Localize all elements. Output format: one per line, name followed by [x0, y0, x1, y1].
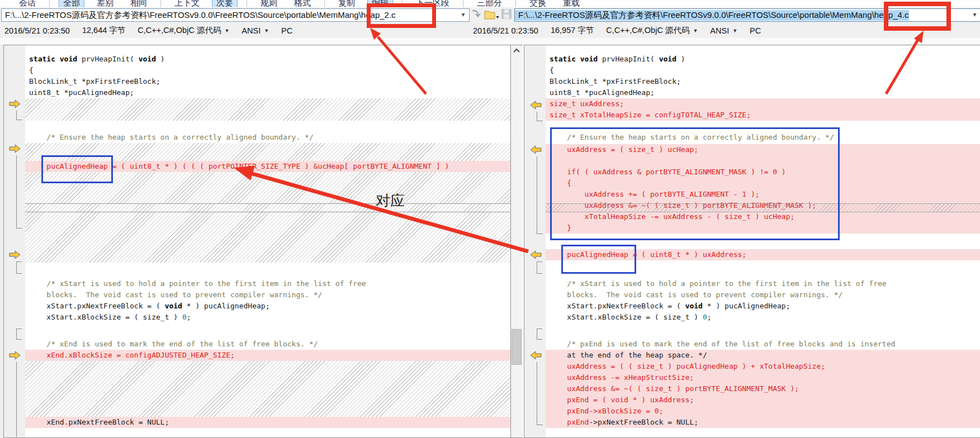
diff-section-bracket — [537, 156, 543, 234]
code-line: blocks. The void cast is used to prevent… — [546, 289, 980, 301]
code-line: blocks. The void cast is used to prevent… — [25, 289, 510, 301]
toolbar-button-20[interactable]: 重载 — [558, 0, 584, 7]
code-segment: void — [659, 55, 676, 63]
toolbar-button-2[interactable]: 全部 — [59, 0, 84, 7]
red-box-heap2-filename — [367, 3, 436, 28]
code-segment: void — [60, 55, 77, 63]
diff-section-bracket — [16, 328, 22, 340]
right-path-dropdown-icon[interactable]: ▾ — [970, 11, 979, 19]
diff-arrow-left-icon — [529, 351, 542, 359]
code-line: /* pxEnd is used to mark the end of the … — [546, 339, 980, 350]
left-file-type-dropdown-icon[interactable]: ▼ — [224, 28, 229, 34]
diff-arrow-right-icon — [8, 351, 22, 359]
code-segment: size_t uxAddress; — [550, 99, 624, 108]
scrollbar-thumb[interactable] — [512, 329, 522, 365]
code-segment: /* xEnd is used to mark the end of the l… — [29, 340, 318, 348]
left-vertical-scrollbar[interactable] — [511, 45, 522, 437]
code-segment: static — [29, 55, 55, 63]
code-segment: uint8_t *pucAlignedHeap; — [29, 88, 134, 97]
code-line: uint8_t *pucAlignedHeap; — [25, 87, 510, 98]
code-segment: xEnd — [29, 418, 64, 426]
diff-gap-hatch — [25, 98, 510, 121]
blue-box-left-pucalignedheap — [41, 155, 113, 183]
right-code-editor[interactable]: static void prvHeapInit( void ){BlockLin… — [546, 45, 980, 437]
toolbar-separator — [160, 0, 161, 7]
code-segment: ->pxNextFreeBlock = NULL; — [589, 418, 698, 426]
left-file-platform: PC — [281, 26, 292, 35]
alignment-band — [25, 203, 510, 212]
code-segment: BlockLink_t *pxFirstFreeBlock; — [550, 77, 681, 85]
toolbar-separator — [463, 0, 463, 7]
code-segment: xStart.xBlockSize = ( size_t ) — [550, 313, 703, 321]
toolbar-button-12[interactable]: 复制 — [334, 0, 359, 7]
right-diff-gutter — [524, 45, 546, 437]
diff-code-line: size_t xTotalHeapSize = configTOTAL_HEAP… — [546, 110, 980, 121]
left-diff-gutter — [4, 45, 25, 437]
code-segment: ) — [156, 55, 165, 63]
code-segment: xStart.pxNextFreeBlock = ( — [29, 302, 165, 310]
code-segment: /* xStart is used to hold a pointer to t… — [29, 279, 366, 288]
blue-box-right-alignment-block — [550, 127, 840, 240]
toolbar-button-9[interactable]: 规则 — [256, 0, 282, 7]
code-segment — [576, 55, 580, 63]
toolbar-button-6[interactable]: 上下文 — [170, 0, 204, 7]
code-segment: * ) pucAlignedHeap; — [182, 302, 270, 310]
save-file-icon[interactable] — [501, 8, 513, 21]
code-segment: uxAddress -= xHeapStructSize; — [550, 373, 694, 382]
code-line: BlockLink_t *pxFirstFreeBlock; — [546, 76, 980, 87]
diff-gap-hatch — [25, 212, 510, 263]
browse-folder-icon[interactable] — [484, 8, 496, 21]
diff-code-line: pxEnd->pxNextFreeBlock = NULL; — [546, 417, 980, 428]
diff-code-line: uxAddress = ( ( size_t ) pucAlignedHeap … — [546, 361, 980, 372]
left-file-date: 2016/5/21 0:23:50 — [4, 26, 70, 35]
toolbar-separator — [324, 0, 325, 7]
diff-gap-hatch — [25, 361, 510, 417]
meta-row: 2016/5/21 0:23:50 12,644 字节 C,C++,C#,Obj… — [0, 23, 980, 38]
code-segment: uxAddress &= ~( ( size_t ) portBYTE_ALIG… — [550, 384, 799, 393]
code-segment: /* pxEnd is used to mark the end of the … — [550, 340, 895, 348]
right-file-type[interactable]: C,C++,C#,ObjC 源代码 — [606, 25, 689, 36]
toolbar-button-10[interactable]: 格式 — [290, 0, 315, 7]
code-segment: xStart.pxNextFreeBlock = ( — [550, 302, 685, 310]
scroll-up-icon[interactable] — [512, 46, 521, 55]
diff-section-bracket — [537, 112, 543, 121]
code-segment: static — [550, 55, 576, 63]
diff-section-bracket — [537, 328, 542, 340]
diff-code-line: uxAddress &= ~( ( size_t ) portBYTE_ALIG… — [546, 383, 980, 394]
left-code-editor[interactable]: static void prvHeapInit( void ){BlockLin… — [25, 45, 510, 437]
code-segment: pxNextFreeBlock = NULL; — [68, 418, 169, 426]
code-segment: uxAddress = ( ( size_t ) pucAlignedHeap … — [550, 362, 825, 370]
right-file-encoding-dropdown-icon[interactable]: ▼ — [732, 28, 737, 34]
code-segment: 0 — [182, 313, 187, 321]
right-file-encoding[interactable]: ANSI — [710, 26, 729, 35]
diff-code-line: pxEnd = ( void * ) uxAddress; — [546, 394, 980, 406]
code-segment: 0 — [703, 313, 707, 321]
left-path-dropdown-icon[interactable]: ▾ — [459, 11, 467, 19]
toolbar-button-4[interactable]: 相同 — [126, 0, 152, 7]
left-file-encoding-dropdown-icon[interactable]: ▼ — [264, 28, 269, 34]
code-line: uint8_t *pucAlignedHeap; — [546, 87, 980, 98]
left-file-type[interactable]: C,C++,C#,ObjC 源代码 — [138, 25, 221, 36]
code-line: static void prvHeapInit( void ) — [25, 54, 510, 65]
path-row: F:\...\2-FreeRTOS源码及官方参考资料\FreeRTOSv9.0.… — [0, 7, 980, 23]
code-segment: pxEnd->xBlockSize = 0; — [550, 407, 664, 415]
right-file-platform: PC — [750, 26, 761, 35]
code-segment: uint8_t *pucAlignedHeap; — [550, 88, 655, 97]
right-path-text: F:\...\2-FreeRTOS源码及官方参考资料\FreeRTOSv9.0.… — [515, 10, 909, 21]
code-segment: blocks. The void cast is used to prevent… — [29, 291, 322, 299]
swap-sides-icon[interactable] — [470, 8, 482, 21]
right-file-type-dropdown-icon[interactable]: ▼ — [693, 28, 698, 34]
left-file-encoding[interactable]: ANSI — [242, 26, 261, 35]
toolbar-button-7[interactable]: 次要 — [212, 0, 238, 7]
toolbar-button-0[interactable]: 会话 — [15, 0, 40, 7]
code-segment: void — [580, 55, 598, 63]
toolbar-button-17[interactable]: 三部分 — [472, 0, 506, 7]
code-segment: xEnd.xBlockSize = configADJUSTED_HEAP_SI… — [29, 351, 235, 359]
diff-code-line: pxEnd->xBlockSize = 0; — [546, 406, 980, 417]
toolbar-button-19[interactable]: 交换 — [525, 0, 551, 7]
diff-section-bracket — [16, 155, 22, 228]
toolbar-button-3[interactable]: 差别 — [92, 0, 118, 7]
left-file-pane: static void prvHeapInit( void ){BlockLin… — [3, 45, 523, 438]
code-segment: /* Ensure the heap starts on a correctly… — [29, 133, 314, 141]
header-separator — [0, 38, 980, 45]
